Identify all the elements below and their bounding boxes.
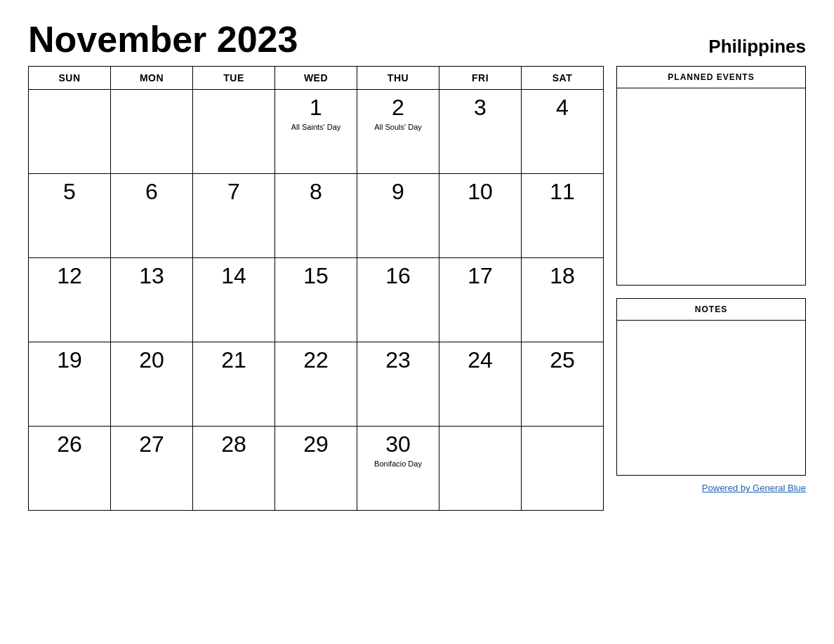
day-number: 21 <box>221 348 246 373</box>
calendar-week-row: 567891011 <box>29 174 604 258</box>
table-row: 14 <box>193 258 275 342</box>
header-sat: SAT <box>522 67 604 90</box>
holiday-label: All Souls' Day <box>374 123 422 131</box>
day-cell-content: 26 <box>36 432 103 457</box>
calendar-week-row: 2627282930Bonifacio Day <box>29 427 604 511</box>
header-thu: THU <box>357 67 439 90</box>
day-number: 6 <box>145 180 158 204</box>
day-cell-content: 6 <box>118 180 185 204</box>
day-number: 28 <box>221 432 246 457</box>
table-row: 5 <box>29 174 111 258</box>
table-row: 18 <box>522 258 604 342</box>
day-cell-content: 28 <box>200 432 267 457</box>
day-number: 7 <box>227 180 240 204</box>
table-row: 10 <box>439 174 522 258</box>
table-row: 23 <box>357 342 439 427</box>
table-row: 7 <box>193 174 275 258</box>
day-number: 3 <box>474 95 486 120</box>
day-cell-content: 8 <box>282 180 350 204</box>
header-mon: MON <box>111 67 193 90</box>
notes-box: NOTES <box>616 298 806 476</box>
day-number: 22 <box>303 348 329 373</box>
day-number: 20 <box>139 348 164 373</box>
table-row: 27 <box>111 427 193 511</box>
planned-events-body <box>617 88 805 285</box>
table-row: 4 <box>522 90 604 174</box>
day-number: 18 <box>550 264 575 288</box>
table-row <box>522 427 604 511</box>
day-cell-content: 3 <box>446 95 514 120</box>
calendar-week-row: 19202122232425 <box>29 342 604 427</box>
holiday-label: All Saints' Day <box>291 123 341 131</box>
day-number: 15 <box>303 264 329 288</box>
day-cell-content: 14 <box>200 264 267 288</box>
table-row: 16 <box>357 258 439 342</box>
notes-header: NOTES <box>617 299 805 321</box>
header-fri: FRI <box>439 67 522 90</box>
table-row <box>111 90 193 174</box>
calendar-header-row: SUN MON TUE WED THU FRI SAT <box>29 67 604 90</box>
day-number: 2 <box>392 95 404 120</box>
day-number: 17 <box>468 264 493 288</box>
table-row <box>193 90 275 174</box>
day-number: 27 <box>139 432 164 457</box>
page-header: November 2023 Philippines <box>28 21 806 58</box>
day-number: 4 <box>556 95 569 120</box>
table-row: 13 <box>111 258 193 342</box>
day-number: 13 <box>139 264 164 288</box>
day-cell-content: 1All Saints' Day <box>282 95 350 131</box>
powered-by-link[interactable]: Powered by General Blue <box>702 483 806 493</box>
calendar-table: SUN MON TUE WED THU FRI SAT 1All Saints'… <box>28 66 604 511</box>
day-cell-content: 24 <box>446 348 514 373</box>
day-cell-content: 5 <box>36 180 103 204</box>
table-row: 28 <box>193 427 275 511</box>
day-number: 29 <box>303 432 329 457</box>
table-row: 15 <box>275 258 357 342</box>
powered-by: Powered by General Blue <box>616 483 806 493</box>
day-cell-content: 15 <box>282 264 350 288</box>
table-row: 2All Souls' Day <box>357 90 439 174</box>
day-number: 1 <box>310 95 322 120</box>
day-cell-content: 18 <box>529 264 596 288</box>
day-cell-content: 21 <box>200 348 267 373</box>
header-wed: WED <box>275 67 357 90</box>
month-year-title: November 2023 <box>28 21 298 58</box>
table-row: 11 <box>522 174 604 258</box>
day-cell-content: 23 <box>364 348 432 373</box>
table-row: 25 <box>522 342 604 427</box>
day-number: 26 <box>57 432 82 457</box>
table-row: 1All Saints' Day <box>275 90 357 174</box>
table-row: 24 <box>439 342 522 427</box>
table-row: 30Bonifacio Day <box>357 427 439 511</box>
notes-body <box>617 321 805 475</box>
day-number: 14 <box>221 264 246 288</box>
table-row: 6 <box>111 174 193 258</box>
planned-events-header: PLANNED EVENTS <box>617 67 805 88</box>
header-sun: SUN <box>29 67 111 90</box>
day-cell-content: 17 <box>446 264 514 288</box>
day-cell-content: 7 <box>200 180 267 204</box>
day-cell-content: 25 <box>529 348 596 373</box>
day-number: 9 <box>392 180 404 204</box>
holiday-label: Bonifacio Day <box>374 459 422 468</box>
table-row: 9 <box>357 174 439 258</box>
sidebar: PLANNED EVENTS NOTES Powered by General … <box>616 66 806 511</box>
day-cell-content: 20 <box>118 348 185 373</box>
day-cell-content: 16 <box>364 264 432 288</box>
table-row: 8 <box>275 174 357 258</box>
table-row: 22 <box>275 342 357 427</box>
day-cell-content: 11 <box>529 180 596 204</box>
day-number: 11 <box>550 180 575 204</box>
day-cell-content: 30Bonifacio Day <box>364 432 432 468</box>
table-row: 12 <box>29 258 111 342</box>
table-row: 3 <box>439 90 522 174</box>
country-title: Philippines <box>708 36 806 58</box>
day-number: 25 <box>550 348 575 373</box>
day-cell-content: 4 <box>529 95 596 120</box>
table-row: 17 <box>439 258 522 342</box>
calendar-section: SUN MON TUE WED THU FRI SAT 1All Saints'… <box>28 66 604 511</box>
header-tue: TUE <box>193 67 275 90</box>
table-row: 20 <box>111 342 193 427</box>
day-number: 19 <box>57 348 82 373</box>
table-row: 26 <box>29 427 111 511</box>
